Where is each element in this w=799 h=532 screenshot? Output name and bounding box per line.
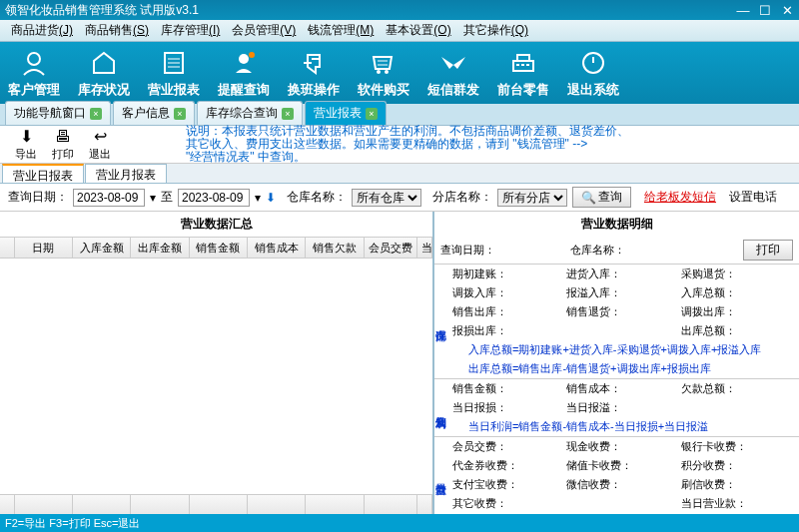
menu-item[interactable]: 基本设置(O)	[380, 20, 456, 41]
detail-field: 采购退货：	[681, 266, 795, 281]
store-select[interactable]: 所有分店	[497, 189, 567, 207]
toolbar-button[interactable]: 前台零售	[497, 47, 549, 99]
print-button[interactable]: 🖶打印	[52, 128, 74, 162]
dropdown-icon[interactable]: ▾	[255, 191, 261, 205]
detail-row: 期初建账：进货入库：采购退货：	[448, 265, 799, 283]
toolbar-button[interactable]: 短信群发	[427, 47, 479, 99]
detail-field: 报溢入库：	[566, 285, 680, 300]
tab-close-icon[interactable]: ×	[366, 108, 378, 120]
detail-field: 销售金额：	[452, 381, 566, 396]
menu-item[interactable]: 其它操作(Q)	[457, 20, 534, 41]
menu-item[interactable]: 会员管理(V)	[226, 20, 302, 41]
date-to-input[interactable]	[178, 189, 250, 207]
warehouse-label: 仓库名称：	[287, 189, 347, 206]
tab-close-icon[interactable]: ×	[174, 108, 186, 120]
table-header-cell: 销售欠款	[306, 238, 364, 258]
detail-field	[566, 323, 680, 338]
detail-field	[566, 496, 680, 511]
detail-title: 营业数据明细	[434, 212, 799, 237]
sub-tab[interactable]: 营业月报表	[85, 164, 167, 183]
tab[interactable]: 客户信息×	[113, 101, 195, 125]
toolbar-button[interactable]: 软件购买	[358, 47, 409, 99]
menu-item[interactable]: 库存管理(I)	[155, 20, 226, 41]
detail-field: 会员交费：	[452, 439, 566, 454]
date-from-input[interactable]	[73, 189, 145, 207]
detail-field: 现金收费：	[566, 439, 680, 454]
detail-row: 报损出库：出库总额：	[448, 321, 799, 340]
warehouse-select[interactable]: 所有仓库	[352, 189, 421, 207]
tab[interactable]: 库存综合查询×	[197, 101, 303, 125]
detail-field: 微信收费：	[566, 477, 680, 492]
detail-field: 积分收费：	[681, 458, 795, 473]
exit-button[interactable]: ↩退出	[89, 127, 111, 162]
detail-field: 刷信收费：	[681, 477, 795, 492]
table-footer-cell	[190, 495, 248, 514]
svg-point-7	[377, 70, 381, 74]
summary-title: 营业数据汇总	[0, 212, 432, 237]
tab-close-icon[interactable]: ×	[282, 108, 294, 120]
toolbar-button[interactable]: 换班操作	[288, 47, 340, 99]
detail-field: 当日报溢：	[566, 400, 680, 415]
export-button[interactable]: ⬇导出	[15, 127, 37, 162]
toolbar-button[interactable]: 客户管理	[8, 47, 60, 99]
filter-bar: 查询日期： ▾ 至 ▾ ⬇ 仓库名称： 所有仓库 分店名称： 所有分店 🔍查询 …	[0, 184, 799, 212]
shortcut-bar: F2=导出 F3=打印 Esc=退出	[0, 514, 799, 532]
table-footer-cell	[417, 495, 432, 514]
minimize-button[interactable]: —	[736, 3, 750, 17]
detail-field: 报损出库：	[452, 323, 566, 338]
table-header-cell: 日期	[15, 238, 73, 258]
svg-rect-15	[526, 64, 529, 66]
table-footer-cell	[306, 495, 364, 514]
toolbar-button[interactable]: 库存状况	[78, 47, 130, 99]
menu-item[interactable]: 商品销售(S)	[79, 20, 155, 41]
tab-close-icon[interactable]: ×	[90, 108, 102, 120]
menubar: 商品进货(J)商品销售(S)库存管理(I)会员管理(V)钱流管理(M)基本设置(…	[0, 20, 799, 42]
store-label: 分店名称：	[432, 189, 492, 206]
detail-row: 其它收费：当日营业款：	[448, 494, 799, 513]
toolbar-button[interactable]: 营业报表	[148, 47, 200, 99]
table-header-cell: 会员交费	[365, 238, 417, 258]
toolbar-icon	[298, 47, 330, 79]
warehouse-name-label: 仓库名称：	[570, 243, 630, 258]
detail-print-button[interactable]: 打印	[743, 240, 793, 261]
detail-row: 代金券收费：储值卡收费：积分收费：	[448, 456, 799, 475]
table-footer-cell	[0, 495, 15, 514]
detail-field: 销售出库：	[452, 304, 566, 319]
toolbar-button[interactable]: 退出系统	[567, 47, 619, 99]
action-bar: ⬇导出 🖶打印 ↩退出 说明：本报表只统计营业数据和营业产生的利润。不包括商品调…	[0, 126, 799, 164]
sales-section: 销售及利润 销售金额：销售成本：欠款总额：当日报损：当日报溢： 当日利润=销售金…	[434, 379, 799, 437]
detail-field: 欠款总额：	[681, 381, 795, 396]
formula-profit: 当日利润=销售金额-销售成本-当日报损+当日报溢	[448, 417, 799, 436]
tab[interactable]: 功能导航窗口×	[5, 101, 111, 125]
sub-tab[interactable]: 营业日报表	[2, 164, 84, 183]
send-sms-link[interactable]: 给老板发短信	[644, 189, 716, 206]
svg-point-6	[249, 52, 255, 58]
summary-table-body	[0, 259, 432, 494]
menu-item[interactable]: 商品进货(J)	[5, 20, 79, 41]
summary-table-header: 日期入库金额出库金额销售金额销售成本销售欠款会员交费当	[0, 237, 432, 259]
date-label: 查询日期：	[8, 189, 68, 206]
dropdown-icon[interactable]: ▾	[150, 191, 156, 205]
table-footer-cell	[15, 495, 73, 514]
detail-row: 会员交费：现金收费：银行卡收费：	[448, 437, 799, 456]
query-button[interactable]: 🔍查询	[572, 187, 631, 208]
refresh-icon[interactable]: ⬇	[266, 191, 276, 205]
detail-row: 调拨入库：报溢入库：入库总额：	[448, 283, 799, 302]
window-title: 领智化妆品销售管理系统 试用版v3.1	[5, 2, 736, 19]
detail-row: 销售出库：销售退货：调拨出库：	[448, 302, 799, 321]
tab[interactable]: 营业报表×	[305, 101, 387, 125]
summary-pane: 营业数据汇总 日期入库金额出库金额销售金额销售成本销售欠款会员交费当	[0, 212, 434, 514]
detail-field: 销售退货：	[566, 304, 680, 319]
toolbar-icon	[437, 47, 469, 79]
tab-bar: 功能导航窗口×客户信息×库存综合查询×营业报表×	[0, 104, 799, 126]
detail-field: 进货入库：	[566, 266, 680, 281]
table-header-cell: 销售成本	[248, 238, 306, 258]
detail-field: 当日营业款：	[681, 496, 795, 511]
set-phone-link[interactable]: 设置电话	[729, 189, 777, 206]
maximize-button[interactable]: ☐	[758, 3, 772, 17]
toolbar-button[interactable]: 提醒查询	[218, 47, 270, 99]
menu-item[interactable]: 钱流管理(M)	[302, 20, 380, 41]
table-header-cell: 销售金额	[190, 238, 248, 258]
table-footer-cell	[365, 495, 417, 514]
close-button[interactable]: ✕	[780, 3, 794, 17]
